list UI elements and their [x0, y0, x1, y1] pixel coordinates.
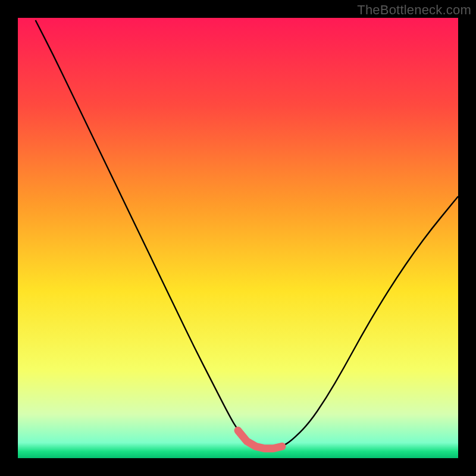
chart-frame: TheBottleneck.com [0, 0, 476, 476]
plot-area [18, 18, 458, 458]
bottleneck-curve [18, 18, 458, 458]
watermark-text: TheBottleneck.com [357, 2, 471, 18]
